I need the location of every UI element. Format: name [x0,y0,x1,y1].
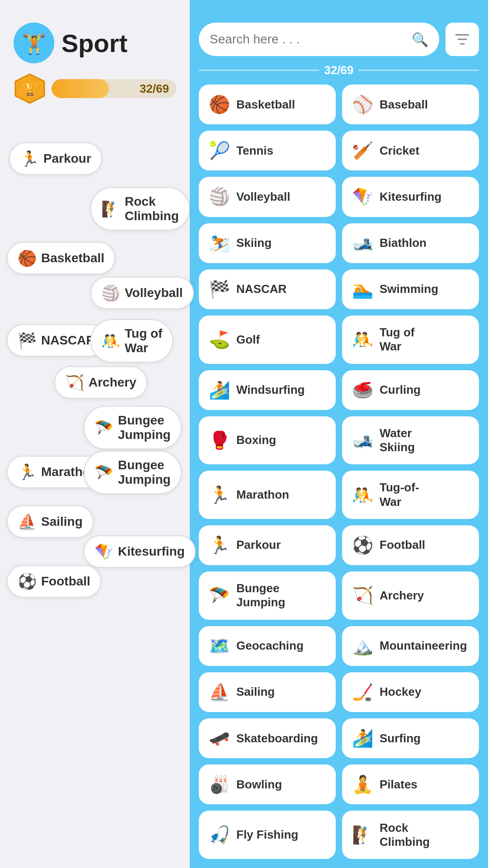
grid-icon-nascar: 🏁 [209,279,230,299]
grid-label-curling: Curling [380,383,421,397]
progress-fill [52,79,109,98]
grid-icon-skateboarding: 🛹 [209,728,230,748]
grid-item-fly-fishing[interactable]: 🎣Fly Fishing [199,811,336,859]
grid-item-parkour[interactable]: 🏃Parkour [199,525,336,565]
grid-label-volleyball: Volleyball [236,190,290,204]
grid-item-baseball[interactable]: ⚾Baseball [342,85,479,124]
node-label-basketball: Basketball [41,251,104,265]
mindmap-node-kitesurfing[interactable]: 🪁Kitesurfing [84,535,196,568]
grid-icon-kitesurfing: 🪁 [352,187,373,207]
grid-item-bowling[interactable]: 🎳Bowling [199,764,336,804]
app-title: Sport [61,28,127,58]
node-icon-kitesurfing: 🪁 [94,542,113,561]
grid-item-football[interactable]: ⚽Football [342,525,479,565]
grid-item-skiing[interactable]: ⛷️Skiing [199,223,336,263]
grid-item-tug-of-war-2[interactable]: 🤼Tug-of- War [342,471,479,519]
grid-label-tug-of-war: Tug of War [380,326,414,354]
grid-item-sailing[interactable]: ⛵Sailing [199,672,336,712]
grid-item-windsurfing[interactable]: 🏄Windsurfing [199,370,336,410]
grid-icon-rock-climbing: 🧗 [352,825,373,845]
grid-item-biathlon[interactable]: 🎿Biathlon [342,223,479,263]
grid-item-kitesurfing[interactable]: 🪁Kitesurfing [342,177,479,217]
grid-label-marathon: Marathon [236,488,289,502]
grid-item-archery[interactable]: 🏹Archery [342,571,479,620]
grid-item-volleyball[interactable]: 🏐Volleyball [199,177,336,217]
mindmap-node-archery[interactable]: 🏹Archery [54,366,147,399]
grid-label-football: Football [380,538,425,552]
grid-item-tug-of-war[interactable]: 🤼Tug of War [342,316,479,364]
grid-item-bungee-jumping[interactable]: 🪂Bungee Jumping [199,571,336,620]
node-label-bungee-jumping-2: Bungee Jumping [118,458,171,487]
grid-item-curling[interactable]: 🥌Curling [342,370,479,410]
node-label-volleyball: Volleyball [125,286,183,300]
progress-label: 32/69 [140,82,169,96]
left-panel: 🏋️ Sport 🏆 32/69 🏃Parkour🧗Rock Climbing🏀… [0,0,190,868]
mindmap-node-tug-of-war[interactable]: 🤼Tug of War [90,319,173,363]
prog-line-right [358,70,479,71]
mindmap-node-bungee-jumping-1[interactable]: 🪂Bungee Jumping [84,406,182,449]
grid-icon-bowling: 🎳 [209,774,230,794]
mindmap-node-football[interactable]: ⚽Football [7,565,101,598]
progress-bar: 32/69 [52,79,176,98]
grid-icon-archery: 🏹 [352,585,373,605]
grid-icon-cricket: 🏏 [352,141,373,160]
grid-icon-swimming: 🏊 [352,279,373,299]
grid-icon-basketball: 🏀 [209,94,230,114]
grid-item-mountaineering[interactable]: 🏔️Mountaineering [342,626,479,666]
app-header: 🏋️ Sport [0,0,190,72]
mindmap-node-rock-climbing[interactable]: 🧗Rock Climbing [90,187,190,231]
prog-count: 32/69 [324,63,353,77]
grid-label-geocaching: Geocaching [236,639,304,653]
node-icon-archery: 🏹 [65,373,84,392]
node-icon-football: ⚽ [18,572,37,590]
mindmap-node-basketball[interactable]: 🏀Basketball [7,242,115,274]
grid-item-surfing[interactable]: 🏄Surfing [342,718,479,758]
node-icon-tug-of-war: 🤼 [101,332,120,350]
grid-icon-golf: ⛳ [209,330,230,349]
mindmap-node-parkour[interactable]: 🏃Parkour [9,142,102,175]
search-input[interactable] [210,32,406,47]
node-icon-rock-climbing: 🧗 [101,200,120,218]
progress-section: 🏆 32/69 [0,72,190,118]
grid-item-rock-climbing[interactable]: 🧗Rock Climbing [342,811,479,859]
grid-label-nascar: NASCAR [236,282,286,296]
node-icon-bungee-jumping-2: 🪂 [94,463,113,481]
grid-label-biathlon: Biathlon [380,236,427,250]
node-icon-basketball: 🏀 [18,249,37,267]
grid-item-tennis[interactable]: 🎾Tennis [199,131,336,170]
svg-text:🏋️: 🏋️ [22,32,47,56]
grid-item-marathon[interactable]: 🏃Marathon [199,471,336,519]
node-label-sailing: Sailing [41,514,83,529]
hex-badge: 🏆 [14,72,46,105]
grid-item-nascar[interactable]: 🏁NASCAR [199,269,336,309]
grid-label-bowling: Bowling [236,778,282,792]
grid-item-basketball[interactable]: 🏀Basketball [199,85,336,124]
mindmap-node-sailing[interactable]: ⛵Sailing [7,505,94,538]
grid-icon-biathlon: 🎿 [352,233,373,253]
grid-label-rock-climbing: Rock Climbing [380,821,430,849]
grid-icon-tennis: 🎾 [209,141,230,160]
mindmap-node-bungee-jumping-2[interactable]: 🪂Bungee Jumping [84,451,182,494]
grid-item-water-skiing[interactable]: 🎿Water Skiing [342,416,479,465]
grid-label-water-skiing: Water Skiing [380,426,415,454]
grid-icon-skiing: ⛷️ [209,233,230,253]
grid-item-cricket[interactable]: 🏏Cricket [342,131,479,170]
grid-item-pilates[interactable]: 🧘Pilates [342,764,479,804]
grid-item-geocaching[interactable]: 🗺️Geocaching [199,626,336,666]
search-box[interactable]: 🔍 [199,23,439,56]
prog-line-left [199,70,319,71]
grid-icon-sailing: ⛵ [209,682,230,702]
grid-item-golf[interactable]: ⛳Golf [199,316,336,364]
grid-item-boxing[interactable]: 🥊Boxing [199,416,336,465]
node-label-football: Football [41,574,90,589]
mindmap-node-volleyball[interactable]: 🏐Volleyball [90,277,194,309]
grid-icon-fly-fishing: 🎣 [209,825,230,845]
grid-item-hockey[interactable]: 🏒Hockey [342,672,479,712]
grid-item-swimming[interactable]: 🏊Swimming [342,269,479,309]
grid-label-archery: Archery [380,589,424,603]
grid-label-swimming: Swimming [380,282,438,296]
grid-item-skateboarding[interactable]: 🛹Skateboarding [199,718,336,758]
sports-grid: 🏀Basketball⚾Baseball🎾Tennis🏏Cricket🏐Voll… [199,85,479,859]
node-label-tug-of-war: Tug of War [125,326,162,355]
filter-button[interactable] [446,23,479,56]
